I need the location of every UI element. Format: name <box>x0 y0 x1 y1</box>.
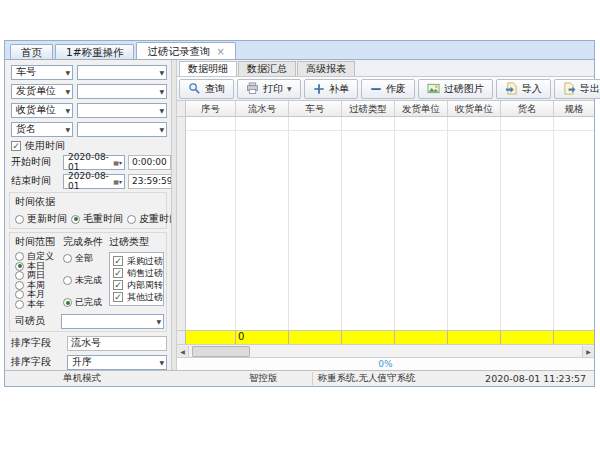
time-basis-option-gross[interactable]: 毛重时间 <box>71 212 123 226</box>
tab-data-detail[interactable]: 数据明细 <box>179 61 237 76</box>
scrollbar-thumb[interactable] <box>192 346 250 357</box>
tab-advanced-report[interactable]: 高级报表 <box>297 61 355 76</box>
app-window: 首页 1#称重操作 过磅记录查询× 车号▼ ▼ 发货单位▼ <box>4 40 595 387</box>
tab-data-summary[interactable]: 数据汇总 <box>238 61 296 76</box>
print-button[interactable]: 打印 ▼ <box>237 79 301 99</box>
completion-title: 完成条件 <box>63 235 109 249</box>
end-date-value: 2020-08-01 <box>68 171 111 191</box>
tab-close-icon[interactable]: × <box>216 46 224 57</box>
end-time-input[interactable]: 23:59:59 <box>128 174 172 189</box>
weigh-type-other[interactable]: ✓其他过磅 <box>113 291 162 303</box>
main-area: 车号▼ ▼ 发货单位▼ ▼ 收货单位▼ ▼ <box>5 60 594 370</box>
completion-option-unfinished[interactable]: 未完成 <box>63 274 109 287</box>
time-basis-option-tare[interactable]: 皮重时间 <box>127 212 172 226</box>
status-datetime: 2020-08-01 11:23:57 <box>485 373 586 384</box>
time-range-option-this-year[interactable]: 本年 <box>15 300 63 310</box>
vehicle-value-combo[interactable]: ▼ <box>77 65 167 80</box>
tab-weighing-operation-label: 1#称重操作 <box>66 46 123 58</box>
column-header-serial[interactable]: 流水号 <box>236 101 289 116</box>
supplement-order-button[interactable]: 补单 <box>304 79 358 99</box>
column-header-spec[interactable]: 规格 <box>554 101 594 116</box>
checkbox-checked-icon: ✓ <box>113 280 123 290</box>
radio-selected-icon <box>15 262 24 271</box>
weigh-type-purchase[interactable]: ✓采购过磅 <box>113 255 162 267</box>
column-header-shipper[interactable]: 发货单位 <box>395 101 448 116</box>
weigher-label: 司磅员 <box>15 314 61 328</box>
filter-row-goods: 货名▼ ▼ <box>11 121 167 137</box>
weigher-row: 司磅员 ▼ <box>15 313 164 329</box>
time-basis-title: 时间依据 <box>15 195 164 209</box>
status-edition: 智控版 <box>249 372 278 385</box>
sort-field-input[interactable]: 流水号 <box>67 336 167 351</box>
start-time-value: 0:00:00 <box>132 157 167 167</box>
use-time-checkbox[interactable]: ✓ <box>11 141 21 151</box>
shipper-field-select[interactable]: 发货单位▼ <box>11 84 73 99</box>
sort-order-select[interactable]: 升序▼ <box>67 355 167 370</box>
import-button[interactable]: 导入 <box>496 79 551 99</box>
completion-column: 完成条件 全部 未完成 已完成 <box>63 235 109 309</box>
time-range-column: 时间范围 自定义 本日 两日 本周 本月 本年 <box>15 235 63 309</box>
tab-home[interactable]: 首页 <box>10 44 53 59</box>
export-icon <box>563 82 576 95</box>
chevron-down-icon: ▼ <box>65 126 70 133</box>
scroll-left-icon[interactable]: ◀ <box>177 346 189 357</box>
goods-field-label: 货名 <box>16 122 36 136</box>
radio-selected-icon <box>63 298 72 307</box>
column-header-seq[interactable]: 序号 <box>186 101 236 116</box>
column-header-goods[interactable]: 货名 <box>501 101 554 116</box>
chevron-down-icon[interactable]: ▼ <box>287 85 292 92</box>
progress-bar: 0% <box>177 358 594 370</box>
horizontal-scrollbar[interactable]: ◀ ▶ <box>177 345 594 358</box>
radio-icon <box>15 300 24 309</box>
sort-field-label: 排序字段 <box>11 336 67 350</box>
receiver-field-select[interactable]: 收货单位▼ <box>11 103 73 118</box>
tab-home-label: 首页 <box>21 46 42 58</box>
row-selector-header[interactable] <box>177 101 186 116</box>
chevron-down-icon: ▼ <box>65 107 70 114</box>
grid-body-empty[interactable] <box>177 117 594 330</box>
empty-row-line <box>186 130 594 131</box>
search-icon <box>188 82 201 95</box>
void-button[interactable]: 作废 <box>361 79 415 99</box>
weigh-photo-button[interactable]: 过磅图片 <box>418 79 493 99</box>
goods-value-combo[interactable]: ▼ <box>77 122 167 137</box>
mdi-tab-strip: 首页 1#称重操作 过磅记录查询× <box>5 41 594 60</box>
row-selector-column <box>177 117 186 330</box>
export-button[interactable]: 导出 ▼ <box>554 79 600 99</box>
start-time-input[interactable]: 0:00:00 <box>128 155 171 170</box>
query-panel: 车号▼ ▼ 发货单位▼ ▼ 收货单位▼ ▼ <box>5 60 172 370</box>
use-time-label: 使用时间 <box>25 139 65 153</box>
tab-record-query[interactable]: 过磅记录查询× <box>136 42 235 59</box>
goods-field-select[interactable]: 货名▼ <box>11 122 73 137</box>
weigh-type-sales[interactable]: ✓销售过磅 <box>113 267 162 279</box>
column-header-vehicle[interactable]: 车号 <box>289 101 342 116</box>
end-time-value: 23:59:59 <box>132 176 172 186</box>
radio-icon <box>63 276 72 285</box>
receiver-value-combo[interactable]: ▼ <box>77 103 167 118</box>
weigher-combo[interactable]: ▼ <box>61 314 164 329</box>
filter-row-vehicle: 车号▼ ▼ <box>11 64 167 80</box>
toolbar: 查询 打印 ▼ 补单 作废 过磅图片 <box>177 77 594 101</box>
minus-icon <box>370 83 382 95</box>
sort-order-value: 升序 <box>72 355 92 369</box>
end-date-picker[interactable]: 2020-08-01▦▾ <box>63 174 125 189</box>
receiver-field-label: 收货单位 <box>16 103 56 117</box>
vehicle-field-select[interactable]: 车号▼ <box>11 65 73 80</box>
weigh-type-listbox: ✓采购过磅 ✓销售过磅 ✓内部周转 ✓其他过磅 <box>109 252 164 306</box>
time-range-title: 时间范围 <box>15 235 63 249</box>
chevron-down-icon: ▼ <box>159 359 164 366</box>
scroll-right-icon[interactable]: ▶ <box>582 346 594 357</box>
column-header-weigh-type[interactable]: 过磅类型 <box>342 101 395 116</box>
weigh-type-internal[interactable]: ✓内部周转 <box>113 279 162 291</box>
summary-cell-seq <box>186 331 236 344</box>
query-button[interactable]: 查询 <box>179 79 234 99</box>
tab-weighing-operation[interactable]: 1#称重操作 <box>55 44 134 59</box>
completion-option-all[interactable]: 全部 <box>63 252 109 265</box>
time-basis-option-update[interactable]: 更新时间 <box>15 212 67 226</box>
shipper-value-combo[interactable]: ▼ <box>77 84 167 99</box>
completion-option-finished[interactable]: 已完成 <box>63 296 109 309</box>
time-basis-group: 时间依据 更新时间 毛重时间 皮重时间 <box>9 192 167 229</box>
column-header-receiver[interactable]: 收货单位 <box>448 101 501 116</box>
results-panel: 数据明细 数据汇总 高级报表 查询 打印 ▼ 补单 <box>177 60 594 370</box>
start-date-picker[interactable]: 2020-08-01▦▾ <box>63 155 125 170</box>
